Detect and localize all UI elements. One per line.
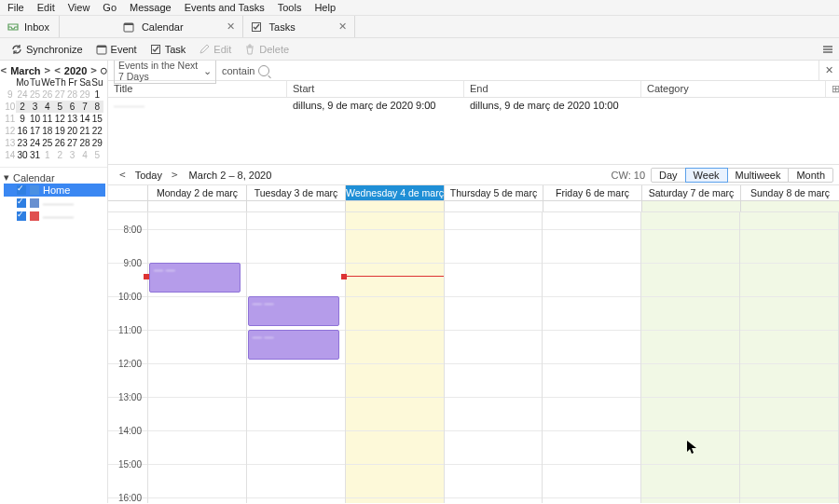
mini-day[interactable]: 2 (16, 101, 28, 113)
view-day-button[interactable]: Day (651, 168, 686, 183)
checkbox-icon[interactable] (17, 211, 26, 221)
calendar-list-item[interactable]: ——— (4, 197, 105, 210)
calendar-list-item[interactable]: ——— (4, 210, 105, 223)
mini-day[interactable]: 11 (41, 113, 53, 125)
view-multiweek-button[interactable]: Multiweek (727, 168, 790, 183)
allday-cell[interactable] (740, 201, 839, 211)
mini-day[interactable]: 19 (54, 125, 66, 137)
mini-day[interactable]: 3 (66, 149, 78, 161)
menu-message[interactable]: Message (130, 2, 172, 13)
event-list-row[interactable]: ——— dilluns, 9 de març de 2020 9:00 dill… (108, 98, 839, 115)
mini-day[interactable]: 26 (41, 89, 53, 101)
col-start[interactable]: Start (287, 81, 464, 97)
mini-today-button[interactable]: ○ (101, 64, 107, 76)
prev-year-button[interactable]: < (54, 64, 61, 76)
filter-contain[interactable]: contain (216, 65, 818, 76)
day-header[interactable]: Friday 6 de març (543, 185, 641, 200)
sync-button[interactable]: Synchronize (6, 42, 89, 57)
next-year-button[interactable]: > (90, 64, 97, 76)
mini-day[interactable]: 17 (29, 125, 41, 137)
allday-cell[interactable] (345, 201, 444, 211)
mini-week-row[interactable]: 1323242526272829 (4, 137, 103, 149)
col-end[interactable]: End (464, 81, 641, 97)
checkbox-icon[interactable] (17, 185, 26, 195)
calendar-event[interactable]: — — (248, 296, 339, 326)
menu-view[interactable]: View (68, 2, 90, 13)
menu-edit[interactable]: Edit (37, 2, 55, 13)
mini-day[interactable]: 15 (91, 113, 103, 125)
mini-day[interactable]: 22 (91, 125, 103, 137)
calendar-list-header[interactable]: ▾ Calendar (4, 171, 105, 184)
inbox-tab[interactable]: Inbox (6, 16, 60, 37)
mini-day[interactable]: 1 (91, 89, 103, 101)
mini-day[interactable]: 13 (66, 113, 78, 125)
mini-day[interactable]: 18 (41, 125, 53, 137)
mini-day[interactable]: 3 (29, 101, 41, 113)
menu-file[interactable]: File (7, 2, 24, 13)
day-header[interactable]: Sunday 8 de març (740, 185, 839, 200)
col-title[interactable]: Title (108, 81, 287, 97)
allday-cell[interactable] (147, 201, 246, 211)
allday-cell[interactable] (641, 201, 740, 211)
allday-cell[interactable] (444, 201, 543, 211)
mini-day[interactable]: 8 (91, 101, 103, 113)
mini-day[interactable]: 5 (91, 149, 103, 161)
next-month-button[interactable]: > (45, 64, 51, 76)
day-column[interactable] (542, 212, 640, 503)
filter-close-button[interactable]: ✕ (818, 61, 839, 80)
checkbox-icon[interactable] (17, 198, 26, 208)
tab-tasks[interactable]: Tasks ✕ (243, 16, 355, 37)
mini-calendar[interactable]: < March > < 2020 > ○ MoTuWeThFrSaSu 9242… (0, 61, 107, 161)
mini-day[interactable]: 9 (16, 113, 28, 125)
mini-day[interactable]: 5 (54, 101, 66, 113)
menu-help[interactable]: Help (314, 2, 336, 13)
day-column[interactable] (739, 212, 838, 503)
mini-day[interactable]: 20 (66, 125, 78, 137)
mini-day[interactable]: 25 (41, 137, 53, 149)
close-icon[interactable]: ✕ (338, 20, 347, 33)
tab-calendar[interactable]: Calendar ✕ (116, 16, 243, 37)
mini-day[interactable]: 30 (16, 149, 28, 161)
close-icon[interactable]: ✕ (227, 20, 235, 33)
mini-day[interactable]: 24 (16, 89, 28, 101)
mini-day[interactable]: 24 (29, 137, 41, 149)
day-header[interactable]: Thursday 5 de març (444, 185, 543, 200)
menu-events[interactable]: Events and Tasks (185, 2, 265, 13)
prev-month-button[interactable]: < (1, 64, 7, 76)
allday-cell[interactable] (543, 201, 641, 211)
day-header[interactable]: Monday 2 de març (147, 185, 246, 200)
mini-day[interactable]: 2 (54, 149, 66, 161)
mini-day[interactable]: 26 (54, 137, 66, 149)
mini-day[interactable]: 27 (54, 89, 66, 101)
calendar-event[interactable]: — — (149, 263, 241, 293)
day-column[interactable] (147, 212, 246, 503)
mini-day[interactable]: 16 (16, 125, 28, 137)
mini-week-row[interactable]: 102345678 (4, 101, 103, 113)
calendar-event[interactable]: — — (248, 330, 339, 360)
day-header[interactable]: Saturday 7 de març (641, 185, 740, 200)
mini-week-row[interactable]: 92425262728291 (4, 89, 103, 101)
view-month-button[interactable]: Month (788, 168, 833, 183)
allday-cell[interactable] (246, 201, 345, 211)
day-header[interactable]: Tuesday 3 de març (246, 185, 345, 200)
prev-week-button[interactable]: < (114, 169, 131, 181)
mini-day[interactable]: 28 (66, 89, 78, 101)
mini-day[interactable]: 4 (41, 101, 53, 113)
mini-day[interactable]: 12 (54, 113, 66, 125)
next-week-button[interactable]: > (166, 169, 184, 181)
mini-day[interactable]: 14 (78, 113, 90, 125)
col-picker[interactable]: ⊞ (826, 81, 839, 97)
col-category[interactable]: Category (641, 81, 826, 97)
mini-day[interactable]: 28 (78, 137, 90, 149)
mini-week-row[interactable]: 119101112131415 (4, 113, 103, 125)
mini-day[interactable]: 1 (41, 149, 53, 161)
mini-week-row[interactable]: 14303112345 (4, 149, 103, 161)
new-task-button[interactable]: Task (144, 42, 192, 57)
today-button[interactable]: Today (131, 170, 166, 181)
day-column[interactable] (345, 212, 444, 503)
view-week-button[interactable]: Week (685, 168, 728, 183)
mini-week-row[interactable]: 1216171819202122 (4, 125, 103, 137)
mini-day[interactable]: 31 (29, 149, 41, 161)
event-list[interactable]: ——— dilluns, 9 de març de 2020 9:00 dill… (108, 98, 839, 165)
day-column[interactable] (640, 212, 739, 503)
